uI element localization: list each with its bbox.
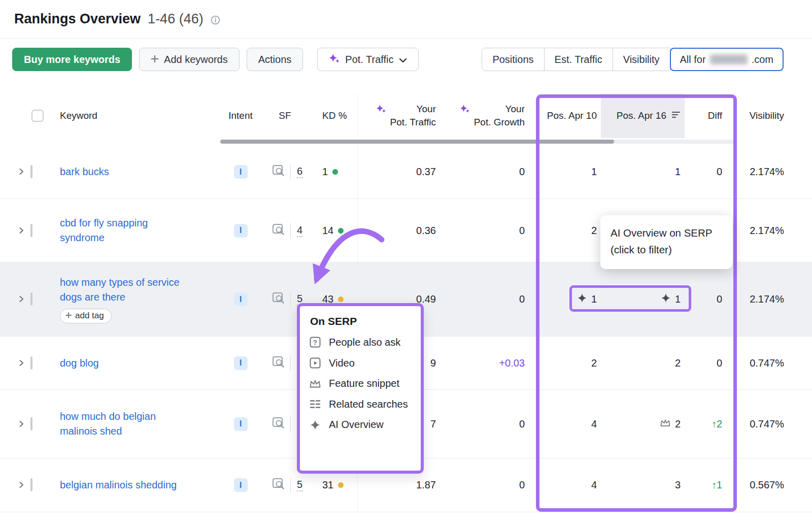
pot-traffic-value: 0.37 [357, 145, 436, 199]
visibility-value: 0.747% [724, 357, 790, 369]
serp-item-ai-overview[interactable]: AI Overview [309, 419, 412, 431]
pot-growth-value: 0 [436, 418, 525, 430]
keyword-link[interactable]: how much do belgian malinois shed [60, 411, 156, 437]
serp-features-icon[interactable] [272, 223, 285, 238]
intent-badge[interactable]: I [234, 356, 248, 370]
table-header-row: Keyword Intent SF KD % YourPot. Traffic … [0, 93, 812, 138]
pos-apr16-value[interactable]: 1 [601, 293, 685, 306]
intent-badge[interactable]: I [234, 417, 248, 431]
row-checkbox[interactable] [30, 478, 32, 491]
pot-growth-value: +0.03 [436, 357, 525, 369]
diff-value: 0 [685, 357, 724, 369]
intent-badge[interactable]: I [234, 478, 248, 492]
kd-level-dot [332, 169, 338, 175]
expand-chevron-icon[interactable] [12, 225, 30, 237]
col-visibility[interactable]: Visibility [724, 93, 790, 138]
row-checkbox[interactable] [30, 165, 32, 178]
keyword-link[interactable]: bark bucks [60, 166, 109, 177]
ai-overview-icon [661, 293, 671, 306]
kd-level-dot [338, 482, 344, 488]
sparkles-icon [329, 53, 340, 67]
pos-apr16-value: 1 [601, 166, 685, 178]
pos-apr10-value: 4 [525, 479, 601, 491]
pot-growth-value: 0 [436, 166, 525, 178]
row-checkbox[interactable] [30, 224, 32, 237]
col-pot-growth[interactable]: YourPot. Growth [436, 93, 525, 138]
serp-features-icon[interactable] [272, 292, 285, 307]
col-diff[interactable]: Diff [685, 93, 724, 138]
serp-features-icon[interactable] [272, 356, 285, 371]
serp-features-icon[interactable] [272, 417, 285, 432]
intent-badge[interactable]: I [234, 224, 248, 238]
col-intent[interactable]: Intent [220, 93, 261, 138]
diff-value: 0 [685, 293, 724, 305]
sf-count[interactable]: 6 [297, 166, 302, 178]
tab-all-for-domain[interactable]: All for .com [670, 48, 784, 71]
divider [290, 292, 291, 307]
tooltip-line1: AI Overview on SERP [611, 224, 732, 241]
tab-visibility[interactable]: Visibility [613, 48, 670, 71]
keyword-link[interactable]: dog blog [60, 357, 99, 369]
sf-count[interactable]: 5 [297, 479, 302, 491]
col-pos-apr10[interactable]: Pos. Apr 10 [525, 93, 601, 138]
pos-apr10-value: 2 [525, 357, 601, 369]
col-kd[interactable]: KD % [314, 93, 357, 138]
ai-overview-icon [577, 293, 587, 306]
col-pot-traffic[interactable]: YourPot. Traffic [357, 93, 436, 138]
add-tag-button[interactable]: add tag [60, 309, 112, 323]
row-checkbox[interactable] [30, 356, 32, 370]
keyword-link[interactable]: belgian malinois shedding [60, 479, 177, 490]
divider [290, 478, 291, 493]
serp-item-feature-snippet[interactable]: Feature snippet [309, 378, 412, 389]
serp-features-icon[interactable] [272, 164, 285, 179]
popup-title: On SERP [310, 315, 412, 327]
sort-icon[interactable] [671, 110, 682, 121]
add-keywords-button[interactable]: Add keywords [139, 48, 240, 71]
keyword-link[interactable]: cbd for fly snapping syndrome [60, 217, 148, 243]
expand-chevron-icon[interactable] [12, 293, 30, 305]
expand-chevron-icon[interactable] [12, 166, 30, 178]
actions-button[interactable]: Actions [247, 48, 303, 71]
row-checkbox[interactable] [30, 292, 32, 306]
tab-est-traffic[interactable]: Est. Traffic [544, 48, 613, 71]
svg-text:?: ? [313, 339, 317, 346]
pos-apr16-value[interactable]: 2 [601, 418, 685, 430]
intent-badge[interactable]: I [234, 165, 248, 179]
col-pos-apr16[interactable]: Pos. Apr 16 [601, 93, 685, 138]
expand-chevron-icon[interactable] [12, 357, 30, 369]
plus-icon [151, 54, 159, 65]
diff-value: 0 [685, 166, 724, 178]
col-sf[interactable]: SF [261, 93, 314, 138]
expand-chevron-icon[interactable] [12, 418, 30, 430]
crown-icon [309, 379, 321, 389]
info-icon[interactable] [211, 15, 220, 25]
serp-features-icon[interactable] [272, 478, 285, 492]
serp-item-people-also-ask[interactable]: ? People also ask [309, 336, 412, 348]
buy-more-keywords-button[interactable]: Buy more keywords [12, 48, 132, 71]
pot-traffic-dropdown[interactable]: Pot. Traffic [317, 48, 418, 71]
serp-item-video[interactable]: Video [309, 357, 412, 369]
row-checkbox[interactable] [30, 417, 32, 431]
visibility-value: 2.174% [724, 293, 790, 305]
sf-count[interactable]: 4 [297, 224, 302, 237]
scrollbar-track[interactable] [220, 140, 735, 144]
view-tabs: Positions Est. Traffic Visibility All fo… [482, 48, 784, 71]
visibility-value: 2.174% [724, 166, 790, 178]
tab-positions[interactable]: Positions [482, 48, 544, 71]
title-bar: Rankings Overview 1-46 (46) [0, 0, 812, 39]
related-searches-icon [309, 398, 321, 410]
pos-apr10-value: 4 [525, 418, 601, 430]
pos-apr10-value: 2 [525, 225, 601, 237]
pos-apr10-value[interactable]: 1 [525, 293, 601, 306]
keyword-link[interactable]: how many types of service dogs are there [60, 277, 180, 303]
sparkles-icon [376, 104, 386, 117]
col-keyword[interactable]: Keyword [56, 93, 220, 138]
blurred-domain [710, 54, 748, 64]
kd-value: 14 [322, 225, 333, 237]
scrollbar-thumb[interactable] [220, 140, 614, 144]
pot-growth-value: 0 [436, 225, 525, 237]
intent-badge[interactable]: I [234, 292, 248, 306]
select-all-checkbox[interactable] [31, 110, 44, 122]
expand-chevron-icon[interactable] [12, 479, 30, 491]
serp-item-related-searches[interactable]: Related searches [309, 398, 412, 410]
